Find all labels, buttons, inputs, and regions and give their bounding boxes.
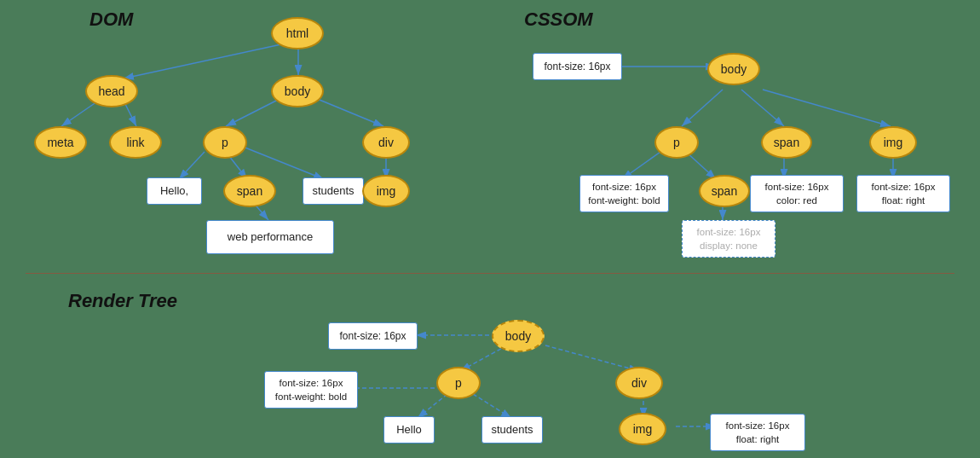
cssom-font-size-body-rect: font-size: 16px bbox=[533, 53, 622, 80]
dom-p-node: p bbox=[203, 126, 247, 159]
dom-meta-node: meta bbox=[34, 126, 87, 159]
render-font-size-p-rect: font-size: 16px font-weight: bold bbox=[264, 371, 358, 409]
render-font-size-img-rect: font-size: 16px float: right bbox=[710, 414, 805, 451]
arrows-svg bbox=[0, 0, 980, 458]
dom-students-node: students bbox=[303, 177, 364, 205]
svg-line-8 bbox=[179, 152, 205, 179]
render-students-node: students bbox=[481, 416, 543, 444]
cssom-p-node: p bbox=[654, 126, 699, 159]
dom-title: DOM bbox=[89, 9, 133, 31]
svg-line-18 bbox=[686, 152, 716, 179]
dom-body-node: body bbox=[271, 75, 324, 107]
dom-html-node: html bbox=[271, 17, 324, 49]
render-body-node: body bbox=[492, 320, 545, 352]
svg-line-15 bbox=[741, 90, 784, 126]
cssom-font-size-span-rect: font-size: 16px color: red bbox=[750, 175, 844, 212]
render-hello-node: Hello bbox=[383, 416, 435, 444]
dom-hello-node: Hello, bbox=[147, 177, 202, 205]
render-img-node: img bbox=[619, 413, 666, 445]
dom-link-node: link bbox=[109, 126, 162, 159]
cssom-img-node: img bbox=[869, 126, 917, 159]
dom-img-node: img bbox=[362, 175, 410, 207]
render-font-size-top-rect: font-size: 16px bbox=[328, 322, 418, 350]
svg-line-24 bbox=[545, 345, 639, 371]
render-div-node: div bbox=[615, 367, 663, 399]
svg-line-26 bbox=[418, 394, 447, 418]
dom-web-performance-node: web performance bbox=[206, 220, 334, 254]
diagram-container: DOM html head body meta link p div Hello… bbox=[0, 0, 980, 458]
svg-line-7 bbox=[315, 98, 383, 126]
divider-line bbox=[26, 273, 954, 274]
cssom-font-size-p-rect: font-size: 16px font-weight: bold bbox=[579, 175, 669, 212]
dom-head-node: head bbox=[85, 75, 138, 107]
dom-span-node: span bbox=[223, 175, 276, 207]
svg-line-14 bbox=[682, 90, 723, 126]
cssom-font-size-img-rect: font-size: 16px float: right bbox=[856, 175, 950, 212]
cssom-body-node: body bbox=[707, 53, 760, 85]
svg-line-6 bbox=[226, 98, 281, 126]
svg-line-10 bbox=[243, 147, 324, 179]
render-tree-title: Render Tree bbox=[68, 290, 177, 312]
svg-line-2 bbox=[124, 44, 281, 78]
cssom-span-outer-node: span bbox=[761, 126, 812, 159]
dom-div-node: div bbox=[362, 126, 410, 159]
cssom-span-inner-node: span bbox=[699, 175, 750, 207]
svg-line-23 bbox=[460, 345, 507, 371]
svg-line-27 bbox=[473, 394, 511, 418]
svg-line-16 bbox=[763, 90, 891, 126]
cssom-title: CSSOM bbox=[524, 9, 593, 31]
render-p-node: p bbox=[436, 367, 481, 399]
cssom-font-size-display-none-rect: font-size: 16px display: none bbox=[682, 220, 775, 258]
